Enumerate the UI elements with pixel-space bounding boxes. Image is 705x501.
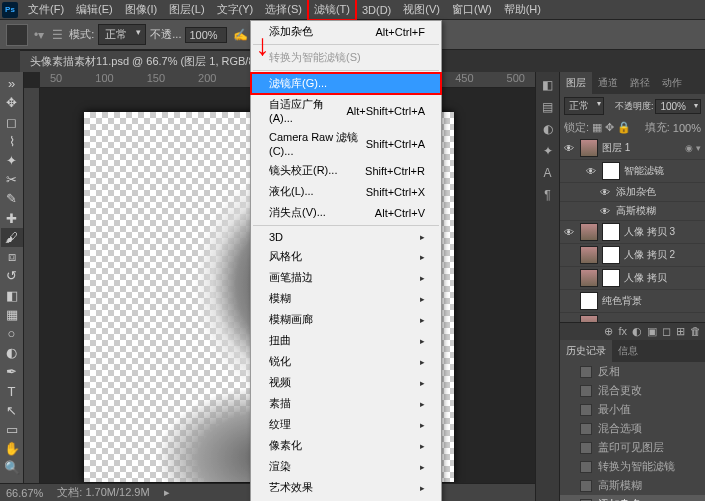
history-item[interactable]: 反相 bbox=[560, 362, 705, 381]
layer-row[interactable]: 纯色背景 bbox=[560, 290, 705, 313]
menu-last-filter[interactable]: 添加杂色Alt+Ctrl+F bbox=[251, 21, 441, 42]
lock-all-icon[interactable]: 🔒 bbox=[617, 121, 631, 134]
menu-submenu[interactable]: 模糊画廊 bbox=[251, 309, 441, 330]
layer-row[interactable]: 人像 拷贝 2 bbox=[560, 244, 705, 267]
layer-row[interactable]: 👁智能滤镜 bbox=[560, 160, 705, 183]
menu-submenu[interactable]: 3D bbox=[251, 228, 441, 246]
tab-actions[interactable]: 动作 bbox=[656, 72, 688, 94]
panel-toggle-icon[interactable]: ☰ bbox=[50, 28, 65, 42]
menu-filter[interactable]: 滤镜(T) bbox=[308, 0, 356, 20]
lock-position-icon[interactable]: ✥ bbox=[605, 121, 614, 134]
status-arrow-icon[interactable]: ▸ bbox=[164, 486, 170, 499]
color-panel-icon[interactable]: ◧ bbox=[542, 78, 553, 92]
move-tool[interactable]: ✥ bbox=[1, 93, 23, 112]
menu-submenu[interactable]: 风格化 bbox=[251, 246, 441, 267]
tab-paths[interactable]: 路径 bbox=[624, 72, 656, 94]
layer-action-icon[interactable]: ⊕ bbox=[604, 325, 613, 338]
menu-file[interactable]: 文件(F) bbox=[22, 0, 70, 20]
menu-select[interactable]: 选择(S) bbox=[259, 0, 308, 20]
layer-fill-input[interactable]: 100% bbox=[673, 122, 701, 134]
char-panel-icon[interactable]: A bbox=[543, 166, 551, 180]
brush-tool[interactable]: 🖌 bbox=[1, 228, 23, 247]
history-brush-tool[interactable]: ↺ bbox=[1, 266, 23, 285]
visibility-icon[interactable]: 👁 bbox=[586, 166, 598, 177]
history-item[interactable]: 混合更改 bbox=[560, 381, 705, 400]
menu-submenu[interactable]: 模糊 bbox=[251, 288, 441, 309]
history-item[interactable]: 混合选项 bbox=[560, 419, 705, 438]
arrow-icon[interactable]: » bbox=[1, 74, 23, 93]
swatches-panel-icon[interactable]: ▤ bbox=[542, 100, 553, 114]
layer-action-icon[interactable]: fx bbox=[618, 325, 627, 338]
layer-blend-select[interactable]: 正常 bbox=[564, 97, 604, 115]
crop-tool[interactable]: ✂ bbox=[1, 170, 23, 189]
menu-submenu[interactable]: 纹理 bbox=[251, 414, 441, 435]
menu-submenu[interactable]: 画笔描边 bbox=[251, 267, 441, 288]
menu-view[interactable]: 视图(V) bbox=[397, 0, 446, 20]
layer-opacity-input[interactable]: 100% bbox=[655, 99, 701, 114]
menu-type[interactable]: 文字(Y) bbox=[211, 0, 260, 20]
visibility-icon[interactable]: 👁 bbox=[600, 206, 612, 217]
tab-channels[interactable]: 通道 bbox=[592, 72, 624, 94]
history-item[interactable]: 添加杂色 bbox=[560, 495, 705, 501]
menu-window[interactable]: 窗口(W) bbox=[446, 0, 498, 20]
history-item[interactable]: 高斯模糊 bbox=[560, 476, 705, 495]
menu-image[interactable]: 图像(I) bbox=[119, 0, 163, 20]
menu-3d[interactable]: 3D(D) bbox=[356, 1, 397, 19]
opacity-input[interactable]: 100% bbox=[185, 27, 227, 43]
menu-layer[interactable]: 图层(L) bbox=[163, 0, 210, 20]
menu-submenu[interactable]: 锐化 bbox=[251, 351, 441, 372]
pressure-opacity-icon[interactable]: ✍ bbox=[231, 28, 250, 42]
menu-edit[interactable]: 编辑(E) bbox=[70, 0, 119, 20]
menu-item[interactable]: 液化(L)...Shift+Ctrl+X bbox=[251, 181, 441, 202]
styles-panel-icon[interactable]: ✦ bbox=[543, 144, 553, 158]
lock-pixels-icon[interactable]: ▦ bbox=[592, 121, 602, 134]
menu-submenu[interactable]: 素描 bbox=[251, 393, 441, 414]
menu-submenu[interactable]: 视频 bbox=[251, 372, 441, 393]
gradient-tool[interactable]: ▦ bbox=[1, 305, 23, 324]
hand-tool[interactable]: ✋ bbox=[1, 439, 23, 458]
menu-convert-smart[interactable]: 转换为智能滤镜(S) bbox=[251, 47, 441, 68]
heal-tool[interactable]: ✚ bbox=[1, 209, 23, 228]
layer-action-icon[interactable]: ⊞ bbox=[676, 325, 685, 338]
zoom-level[interactable]: 66.67% bbox=[6, 487, 43, 499]
layer-row[interactable]: 👁图层 1◉ ▾ bbox=[560, 137, 705, 160]
menu-item[interactable]: 消失点(V)...Alt+Ctrl+V bbox=[251, 202, 441, 223]
history-item[interactable]: 转换为智能滤镜 bbox=[560, 457, 705, 476]
history-item[interactable]: 最小值 bbox=[560, 400, 705, 419]
menu-help[interactable]: 帮助(H) bbox=[498, 0, 547, 20]
layer-row[interactable]: 👁高斯模糊 bbox=[560, 202, 705, 221]
menu-submenu[interactable]: 渲染 bbox=[251, 456, 441, 477]
tab-info[interactable]: 信息 bbox=[612, 340, 644, 362]
path-tool[interactable]: ↖ bbox=[1, 401, 23, 420]
pen-tool[interactable]: ✒ bbox=[1, 362, 23, 381]
layer-row[interactable] bbox=[560, 313, 705, 322]
menu-submenu[interactable]: 扭曲 bbox=[251, 330, 441, 351]
brush-preview[interactable] bbox=[6, 24, 28, 46]
type-tool[interactable]: T bbox=[1, 382, 23, 401]
menu-item[interactable]: 自适应广角(A)...Alt+Shift+Ctrl+A bbox=[251, 94, 441, 127]
stamp-tool[interactable]: ⧈ bbox=[1, 247, 23, 266]
wand-tool[interactable]: ✦ bbox=[1, 151, 23, 170]
menu-item[interactable]: Camera Raw 滤镜(C)...Shift+Ctrl+A bbox=[251, 127, 441, 160]
visibility-icon[interactable]: 👁 bbox=[600, 187, 612, 198]
layer-row[interactable]: 人像 拷贝 bbox=[560, 267, 705, 290]
layer-row[interactable]: 👁添加杂色 bbox=[560, 183, 705, 202]
visibility-icon[interactable]: 👁 bbox=[564, 143, 576, 154]
menu-submenu[interactable]: 像素化 bbox=[251, 435, 441, 456]
tab-history[interactable]: 历史记录 bbox=[560, 340, 612, 362]
visibility-icon[interactable]: 👁 bbox=[564, 227, 576, 238]
layer-action-icon[interactable]: ◐ bbox=[632, 325, 642, 338]
para-panel-icon[interactable]: ¶ bbox=[544, 188, 550, 202]
layer-action-icon[interactable]: ◻ bbox=[662, 325, 671, 338]
menu-filter-gallery[interactable]: 滤镜库(G)... bbox=[251, 73, 441, 94]
lasso-tool[interactable]: ⌇ bbox=[1, 132, 23, 151]
blend-mode-select[interactable]: 正常 bbox=[98, 24, 146, 45]
marquee-tool[interactable]: ◻ bbox=[1, 112, 23, 131]
shape-tool[interactable]: ▭ bbox=[1, 420, 23, 439]
eraser-tool[interactable]: ◧ bbox=[1, 285, 23, 304]
blur-tool[interactable]: ○ bbox=[1, 324, 23, 343]
adjust-panel-icon[interactable]: ◐ bbox=[543, 122, 553, 136]
brush-picker-icon[interactable]: •▾ bbox=[32, 28, 46, 42]
eyedropper-tool[interactable]: ✎ bbox=[1, 189, 23, 208]
zoom-tool[interactable]: 🔍 bbox=[1, 458, 23, 477]
